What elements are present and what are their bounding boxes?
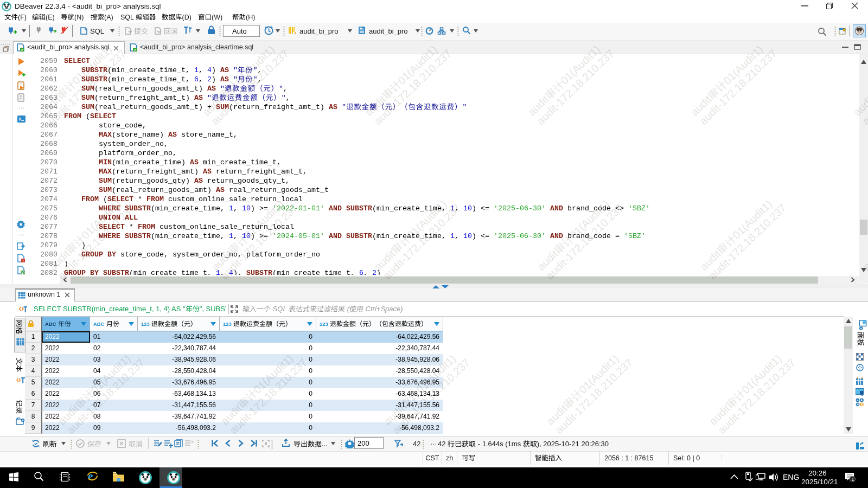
svg-text:1: 1 [851,477,854,482]
